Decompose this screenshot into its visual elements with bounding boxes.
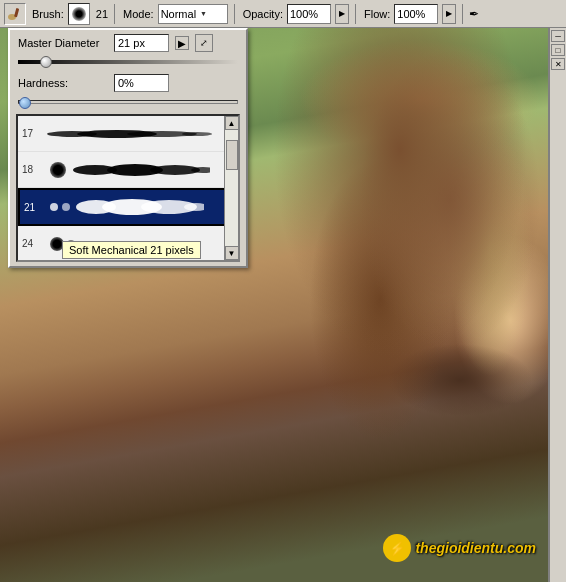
resize-icon[interactable]: ⤢: [195, 34, 213, 52]
brush-item-18[interactable]: 18: [18, 152, 238, 188]
hardness-slider-container: [10, 96, 246, 110]
flow-step-btn[interactable]: ▶: [442, 4, 456, 24]
separator-4: [462, 4, 463, 24]
brush-label: Brush:: [32, 8, 64, 20]
diameter-slider-thumb[interactable]: [40, 56, 52, 68]
brush-list[interactable]: 17 18: [16, 114, 240, 262]
diameter-slider-container: [10, 56, 246, 70]
scroll-track[interactable]: [225, 130, 238, 246]
list-scrollbar[interactable]: ▲ ▼: [224, 116, 238, 260]
opacity-label: Opacity:: [243, 8, 283, 20]
brush-size-18: 18: [22, 164, 42, 175]
brush-tooltip: Soft Mechanical 21 pixels: [62, 241, 201, 259]
mode-value: Normal: [161, 8, 196, 20]
brush-size-17: 17: [22, 128, 42, 139]
close-button[interactable]: ✕: [551, 58, 565, 70]
hardness-row: Hardness: 0%: [10, 70, 246, 96]
minimize-button[interactable]: ─: [551, 30, 565, 42]
flow-value: 100%: [397, 8, 425, 20]
master-diameter-row: Master Diameter 21 px ▶ ⤢: [10, 30, 246, 56]
master-diameter-value[interactable]: 21 px: [114, 34, 169, 52]
brush-size-21: 21: [24, 202, 44, 213]
airbrush-icon[interactable]: ✒: [469, 7, 479, 21]
flow-value-box: 100%: [394, 4, 438, 24]
watermark-icon: ⚡: [383, 534, 411, 562]
expand-button[interactable]: ▶: [175, 36, 189, 50]
flow-label: Flow:: [364, 8, 390, 20]
hardness-label: Hardness:: [18, 77, 108, 89]
opacity-value-box: 100%: [287, 4, 331, 24]
scroll-thumb[interactable]: [226, 140, 238, 170]
brush-circle-icon: [72, 7, 86, 21]
hardness-value[interactable]: 0%: [114, 74, 169, 92]
maximize-button[interactable]: □: [551, 44, 565, 56]
brush-item-21[interactable]: 21: [18, 188, 238, 226]
window-border: ─ □ ✕: [548, 28, 566, 582]
mode-label: Mode:: [123, 8, 154, 20]
brush-stroke-17: [42, 120, 234, 148]
brush-size-preview[interactable]: [68, 3, 90, 25]
separator-2: [234, 4, 235, 24]
brush-panel: Master Diameter 21 px ▶ ⤢ Hardness: 0% 1…: [8, 28, 248, 268]
mode-dropdown[interactable]: Normal: [158, 4, 228, 24]
brush-size-24: 24: [22, 238, 42, 249]
brush-dots-18: [50, 162, 210, 178]
scroll-up-button[interactable]: ▲: [225, 116, 239, 130]
separator-1: [114, 4, 115, 24]
brush-item-17[interactable]: 17: [18, 116, 238, 152]
watermark: ⚡ thegioidientu.com: [383, 534, 536, 562]
tooltip-text: Soft Mechanical 21 pixels: [69, 244, 194, 256]
svg-rect-1: [14, 7, 19, 16]
hardness-slider-track[interactable]: [18, 100, 238, 104]
scroll-down-button[interactable]: ▼: [225, 246, 239, 260]
master-diameter-label: Master Diameter: [18, 37, 108, 49]
brush-size-value: 21: [96, 8, 108, 20]
photoshop-toolbar: Brush: 21 Mode: Normal Opacity: 100% ▶ F…: [0, 0, 566, 28]
watermark-text: thegioidientu.com: [415, 540, 536, 556]
hardness-slider-thumb[interactable]: [19, 97, 31, 109]
brush-tool-icon[interactable]: [4, 3, 26, 25]
svg-point-5: [182, 132, 212, 136]
opacity-value: 100%: [290, 8, 318, 20]
brush-dots-21: [50, 198, 204, 216]
separator-3: [355, 4, 356, 24]
diameter-slider-track[interactable]: [18, 60, 238, 64]
opacity-step-btn[interactable]: ▶: [335, 4, 349, 24]
